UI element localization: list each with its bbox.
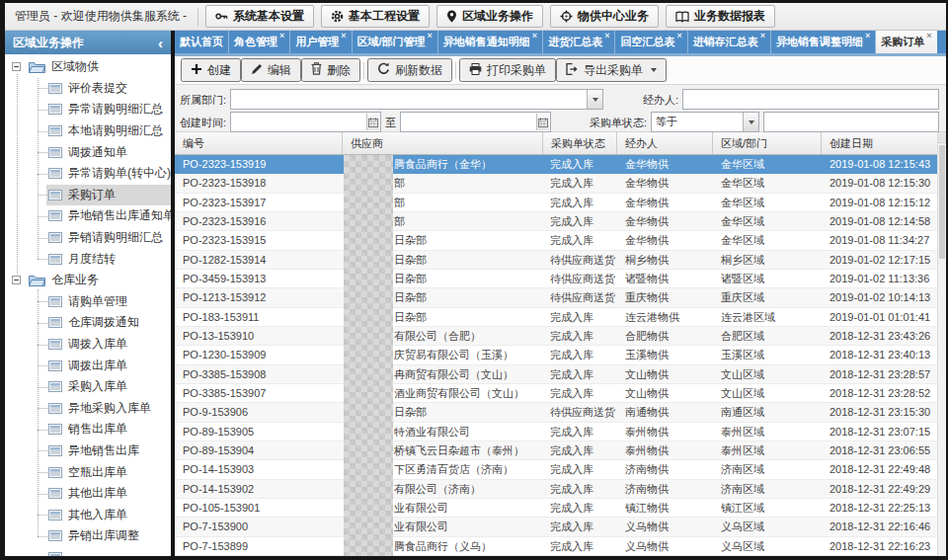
scrollbar-up-button[interactable] <box>938 132 946 143</box>
topbar-menu-button[interactable]: 业务数据报表 <box>666 5 775 28</box>
column-header[interactable]: 区域/部门 <box>713 132 822 154</box>
department-select[interactable] <box>230 89 603 110</box>
tree-item[interactable]: 区域物供 <box>5 56 171 78</box>
table-row[interactable]: PO-13-153910 有限公司（合肥） 完成入库 合肥物供 合肥区域 201… <box>175 327 937 346</box>
column-header[interactable]: 编号 <box>175 132 343 154</box>
tab[interactable]: 角色管理 × <box>229 31 290 53</box>
topbar-menu-button[interactable]: 区域业务操作 <box>436 5 543 28</box>
table-row[interactable]: PO-105-153901 业有限公司 完成入库 镇江物供 镇江区域 2018-… <box>175 499 937 518</box>
tab-close-icon[interactable]: × <box>532 31 537 41</box>
tab-close-icon[interactable]: × <box>760 31 765 41</box>
tree-item[interactable]: 其他入库单 <box>5 504 171 525</box>
table-row[interactable]: PO-9-153906 日杂部 待供应商送货 南通物供 南通区域 2018-12… <box>175 403 937 422</box>
tab[interactable]: 异地销售调整明细 × <box>771 31 876 53</box>
collapse-toggle-icon[interactable] <box>12 276 21 284</box>
operator-input[interactable] <box>682 89 939 110</box>
table-row[interactable]: PO-3459-153913 日杂部 待供应商送货 诸暨物供 诸暨区域 2019… <box>175 270 937 288</box>
topbar-menu-button[interactable]: 基本工程设置 <box>321 5 430 28</box>
tree-item[interactable]: 异常请购单(转中心) <box>5 163 171 185</box>
table-row[interactable]: PO-2323-153917 部 完成入库 金华物供 金华区域 2019-01-… <box>175 194 937 212</box>
tree-item[interactable]: 评价表提交 <box>5 78 171 100</box>
tree-item[interactable]: 异销出库调整 <box>5 525 171 547</box>
action-button[interactable]: 创建 <box>181 58 241 82</box>
tree-item[interactable]: 请购单管理 <box>5 291 171 313</box>
tab[interactable]: 进销存汇总表 × <box>688 31 771 53</box>
tree-item[interactable]: 异销请购明细汇总 <box>5 227 171 249</box>
tree-item[interactable]: 调拨入库单 <box>5 334 171 356</box>
tree-item[interactable]: 其他出库单 <box>5 483 171 505</box>
tab[interactable]: 进货汇总表 × <box>543 31 615 53</box>
tab-close-icon[interactable]: × <box>926 31 931 41</box>
action-button[interactable]: 导出采购单 <box>556 58 667 82</box>
table-row[interactable]: PO-2323-153919 腾食品商行（金华） 完成入库 金华物供 金华区域 … <box>175 155 937 174</box>
tree-item[interactable]: 仓库业务 <box>5 270 171 291</box>
tab-close-icon[interactable]: × <box>676 31 681 41</box>
tree-item[interactable]: 异地销售出库通知单 <box>5 205 171 227</box>
form-icon <box>48 552 62 556</box>
tree-item[interactable]: 销售出库单 <box>5 419 171 440</box>
tab[interactable]: 区域/部门管理 × <box>353 31 438 53</box>
table-row[interactable]: PO-3385-153907 酒业商贸有限公司（文山） 完成入库 文山物供 文山… <box>175 384 937 403</box>
tree-item[interactable]: 采购入库单 <box>5 376 171 398</box>
table-row[interactable]: PO-1230-153909 庆贸易有限公司（玉溪） 完成入库 玉溪物供 玉溪区… <box>175 346 937 364</box>
tree-item[interactable] <box>5 547 171 556</box>
date-from-input[interactable] <box>231 113 366 131</box>
topbar-menu-button[interactable]: 物供中心业务 <box>550 5 659 28</box>
status-value-input[interactable] <box>763 112 939 132</box>
table-row[interactable]: PO-89-153904 桥镇飞云日杂超市（泰州） 完成入库 泰州物供 泰州区域… <box>175 441 937 460</box>
tab-close-icon[interactable]: × <box>279 31 284 41</box>
column-header[interactable]: 采购单状态 <box>543 132 617 154</box>
tree-item[interactable]: 异地采购入库单 <box>5 398 171 420</box>
action-button[interactable]: 刷新数据 <box>367 58 452 82</box>
tree-item[interactable]: 异地销售出库 <box>5 440 171 462</box>
action-button[interactable]: 打印采购单 <box>459 58 556 82</box>
tab[interactable]: 用户管理 × <box>290 31 352 53</box>
action-button[interactable]: 编辑 <box>241 58 301 82</box>
tab[interactable]: 默认首页 <box>175 31 229 53</box>
status-cell: 完成入库 <box>543 346 617 363</box>
tree-item[interactable]: 仓库调拨通知 <box>5 312 171 334</box>
tree-item[interactable]: 月度结转 <box>5 248 171 270</box>
action-button[interactable]: 删除 <box>301 58 360 82</box>
tab-close-icon[interactable]: × <box>428 31 433 41</box>
date-to-input[interactable] <box>401 113 536 131</box>
tree-item[interactable]: 调拨出库单 <box>5 355 171 376</box>
status-op-select[interactable]: 等于 <box>651 112 759 132</box>
table-row[interactable]: PO-2323-153915 日杂部 完成入库 金华物供 金华区域 2019-0… <box>175 231 937 250</box>
tree-item[interactable]: 异常请购明细汇总 <box>5 99 171 120</box>
sidebar-collapse-icon[interactable]: ‹ <box>158 36 163 50</box>
table-row[interactable]: PO-2323-153918 部 完成入库 金华物供 金华区域 2019-01-… <box>175 174 937 193</box>
collapse-toggle-icon[interactable] <box>12 62 21 71</box>
region-cell: 义乌区域 <box>713 518 822 535</box>
table-row[interactable]: PO-7-153899 腾食品商行（义乌） 完成入库 义乌物供 义乌区域 201… <box>175 537 937 556</box>
scrollbar-thumb[interactable] <box>939 145 945 259</box>
po-number-cell: PO-1230-153909 <box>175 346 343 363</box>
vertical-scrollbar[interactable] <box>937 132 946 556</box>
table-row[interactable]: PO-1213-153912 日杂部 待供应商送货 重庆物供 重庆区域 2019… <box>175 288 937 307</box>
column-header[interactable]: 创建日期 <box>822 132 946 154</box>
table-row[interactable]: PO-14-153903 下区勇清百货店（济南） 完成入库 济南物供 济南区域 … <box>175 460 937 479</box>
table-row[interactable]: PO-1282-153914 日杂部 待供应商送货 桐乡物供 桐乡区域 2019… <box>175 251 937 270</box>
table-row[interactable]: PO-2323-153916 部 完成入库 金华物供 金华区域 2019-01-… <box>175 212 937 231</box>
tab-close-icon[interactable]: × <box>604 31 609 41</box>
topbar-menu-button[interactable]: 系统基本设置 <box>205 5 314 28</box>
tab[interactable]: 采购订单 × <box>876 31 937 53</box>
tree-item[interactable]: 本地请购明细汇总 <box>5 120 171 142</box>
table-row[interactable]: PO-7-153900 业有限公司 完成入库 义乌物供 义乌区域 2018-12… <box>175 518 937 536</box>
tab-close-icon[interactable]: × <box>341 31 346 41</box>
table-row[interactable]: PO-183-153911 日杂部 完成入库 连云港物供 连云港区域 2019-… <box>175 308 937 327</box>
tab[interactable]: 回空汇总表 × <box>615 31 687 53</box>
tree-item[interactable]: 采购订单 <box>5 185 171 206</box>
table-row[interactable]: PO-14-153902 有限公司（济南） 完成入库 济南物供 济南区域 201… <box>175 480 937 499</box>
tab[interactable]: 异地销售通知明细 × <box>438 31 543 53</box>
table-row[interactable]: PO-89-153905 特酒业有限公司 完成入库 泰州物供 泰州区域 2018… <box>175 423 937 441</box>
calendar-icon[interactable] <box>536 114 549 130</box>
column-header[interactable]: 供应商 <box>343 132 543 154</box>
form-icon <box>48 530 62 541</box>
table-row[interactable]: PO-3385-153908 冉商贸有限公司（文山） 完成入库 文山物供 文山区… <box>175 365 937 384</box>
tree-item[interactable]: 调拨通知单 <box>5 141 171 163</box>
tab-close-icon[interactable]: × <box>865 31 870 41</box>
calendar-icon[interactable] <box>366 114 379 130</box>
column-header[interactable]: 经办人 <box>617 132 713 154</box>
tree-item[interactable]: 空瓶出库单 <box>5 461 171 483</box>
